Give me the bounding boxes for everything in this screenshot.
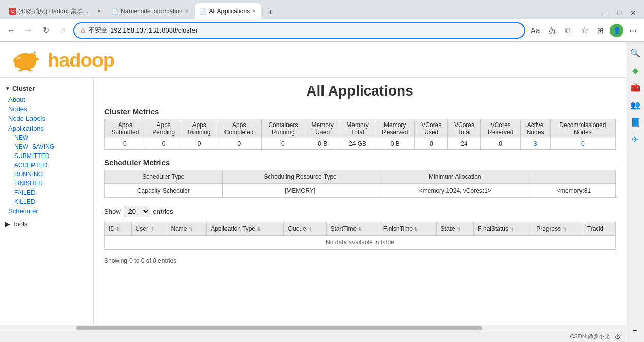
- hadoop-text-logo: hadoop: [43, 48, 144, 71]
- home-button[interactable]: ⌂: [56, 23, 70, 38]
- nav-nodes[interactable]: Nodes: [0, 104, 93, 114]
- profile-icon[interactable]: 👤: [609, 23, 624, 38]
- decommissioned-nodes-link[interactable]: 0: [581, 140, 585, 147]
- svg-text:hadoop: hadoop: [48, 49, 114, 71]
- tab-1[interactable]: C (43条消息) Hadoop集群安装和配... ×: [4, 3, 106, 19]
- bottom-scrollbar[interactable]: [0, 325, 626, 331]
- extension3-icon[interactable]: 👥: [628, 98, 642, 112]
- tab1-favicon: C: [9, 8, 16, 15]
- nav-scheduler[interactable]: Scheduler: [0, 206, 93, 216]
- val-active-nodes[interactable]: 3: [521, 138, 550, 150]
- favorites-icon[interactable]: ☆: [577, 23, 591, 38]
- val-decommissioned-nodes[interactable]: 0: [550, 138, 615, 150]
- running-link[interactable]: RUNNING: [14, 171, 43, 178]
- cluster-section: ▼ Cluster About Nodes Node Labels Applic…: [0, 83, 93, 216]
- avatar[interactable]: 👤: [610, 24, 623, 37]
- nav-failed[interactable]: FAILED: [0, 188, 93, 197]
- app-col-finishtime[interactable]: FinishTime ⇅: [379, 222, 436, 236]
- immersive-reader-icon[interactable]: あ: [544, 23, 559, 38]
- forward-button[interactable]: →: [21, 23, 36, 38]
- hadoop-logo[interactable]: Y hadoop: [10, 47, 144, 72]
- extension5-icon[interactable]: ✈: [628, 132, 642, 146]
- col-vcores-used: VCoresUsed: [415, 119, 448, 138]
- active-nodes-link[interactable]: 3: [534, 140, 537, 147]
- sched-val-min-alloc: <memory:1024, vCores:1>: [378, 184, 532, 198]
- nav-node-labels[interactable]: Node Labels: [0, 114, 93, 123]
- node-labels-link[interactable]: Node Labels: [8, 115, 45, 122]
- elephant-icon: Y: [10, 47, 41, 72]
- app-col-type[interactable]: Application Type ⇅: [207, 222, 283, 236]
- split-icon[interactable]: ⧉: [561, 23, 575, 38]
- close-button[interactable]: ✕: [627, 6, 640, 19]
- minimize-button[interactable]: ─: [598, 6, 611, 19]
- add-extension-icon[interactable]: +: [628, 324, 642, 338]
- tab1-title: (43条消息) Hadoop集群安装和配...: [18, 7, 94, 16]
- nav-applications[interactable]: Applications: [0, 123, 93, 133]
- app-col-queue[interactable]: Queue ⇅: [283, 222, 326, 236]
- tools-header[interactable]: ▶ Tools: [0, 218, 93, 230]
- extension4-icon[interactable]: 📘: [628, 115, 642, 129]
- killed-link[interactable]: KILLED: [14, 198, 35, 205]
- tab-3[interactable]: 📄 All Applications ×: [195, 3, 261, 19]
- failed-link[interactable]: FAILED: [14, 189, 35, 196]
- col-vcores-reserved: VCoresReserved: [480, 119, 521, 138]
- tab2-title: Namenode information: [121, 8, 182, 15]
- cluster-header[interactable]: ▼ Cluster: [0, 83, 93, 95]
- entries-select[interactable]: 10 20 25 50 100: [124, 206, 150, 217]
- main-area: Y hadoop ▼ Cluster About: [0, 42, 644, 342]
- nav-accepted[interactable]: ACCEPTED: [0, 161, 93, 170]
- extension2-icon[interactable]: 🧰: [628, 80, 642, 95]
- left-nav: ▼ Cluster About Nodes Node Labels Applic…: [0, 78, 94, 325]
- browser-right-icons: Аа あ ⧉ ☆ ⊞ 👤 ⋯: [528, 23, 640, 38]
- zoom-icon[interactable]: 🔍: [628, 46, 642, 60]
- nodes-link[interactable]: Nodes: [8, 105, 27, 113]
- nav-running[interactable]: RUNNING: [0, 170, 93, 179]
- app-col-user[interactable]: User ⇅: [131, 222, 167, 236]
- scrollbar-thumb[interactable]: [76, 326, 482, 330]
- cluster-arrow-icon: ▼: [5, 86, 10, 91]
- col-decommissioned-nodes: DecommissionedNodes: [550, 119, 615, 138]
- show-entries-row: Show 10 20 25 50 100 entries: [104, 206, 616, 217]
- nav-new[interactable]: NEW: [0, 133, 93, 142]
- page-content: ▼ Cluster About Nodes Node Labels Applic…: [0, 78, 626, 325]
- tab3-close[interactable]: ×: [252, 8, 256, 15]
- submitted-link[interactable]: SUBMITTED: [14, 152, 49, 160]
- about-link[interactable]: About: [8, 96, 25, 103]
- read-mode-icon[interactable]: Аа: [528, 23, 542, 38]
- app-col-id[interactable]: ID ⇅: [105, 222, 132, 236]
- accepted-link[interactable]: ACCEPTED: [14, 162, 47, 169]
- tab2-close[interactable]: ×: [185, 8, 188, 15]
- new-tab-button[interactable]: +: [263, 5, 277, 19]
- finalstatus-sort-icon: ⇅: [510, 227, 514, 232]
- settings-icon[interactable]: ⚙: [614, 333, 621, 341]
- scheduler-link[interactable]: Scheduler: [8, 207, 38, 215]
- svg-text:Y: Y: [34, 51, 36, 54]
- applications-link[interactable]: Applications: [8, 125, 44, 132]
- app-col-progress[interactable]: Progress ⇅: [532, 222, 583, 236]
- sched-val-type: Capacity Scheduler: [105, 184, 223, 198]
- nav-new-saving[interactable]: NEW_SAVING: [0, 142, 93, 151]
- tab1-close[interactable]: ×: [97, 8, 101, 15]
- collections-icon[interactable]: ⊞: [593, 23, 607, 38]
- address-box[interactable]: ⚠ 不安全 192.168.137.131:8088/cluster: [73, 22, 525, 39]
- applications-table: ID ⇅ User ⇅ Name ⇅ Application Type ⇅ Qu…: [104, 222, 616, 250]
- app-col-starttime[interactable]: StartTime ⇅: [326, 222, 379, 236]
- app-col-finalstatus[interactable]: FinalStatus ⇅: [474, 222, 532, 236]
- nav-killed[interactable]: KILLED: [0, 197, 93, 206]
- bottom-bar: CSDN @罗小比 ⚙: [0, 331, 626, 342]
- app-col-name[interactable]: Name ⇅: [167, 222, 207, 236]
- new-saving-link[interactable]: NEW_SAVING: [14, 143, 54, 150]
- new-link[interactable]: NEW: [14, 134, 28, 141]
- finished-link[interactable]: FINISHED: [14, 180, 43, 187]
- maximize-button[interactable]: □: [613, 6, 626, 19]
- app-col-state[interactable]: State ⇅: [436, 222, 473, 236]
- nav-finished[interactable]: FINISHED: [0, 179, 93, 188]
- nav-about[interactable]: About: [0, 95, 93, 104]
- tab-2[interactable]: 📄 Namenode information ×: [107, 3, 194, 19]
- refresh-button[interactable]: ↻: [39, 23, 53, 38]
- nav-submitted[interactable]: SUBMITTED: [0, 151, 93, 161]
- more-button[interactable]: ⋯: [626, 23, 640, 38]
- col-memory-total: MemoryTotal: [340, 119, 375, 138]
- back-button[interactable]: ←: [4, 23, 18, 38]
- extension1-icon[interactable]: ◆: [628, 63, 642, 77]
